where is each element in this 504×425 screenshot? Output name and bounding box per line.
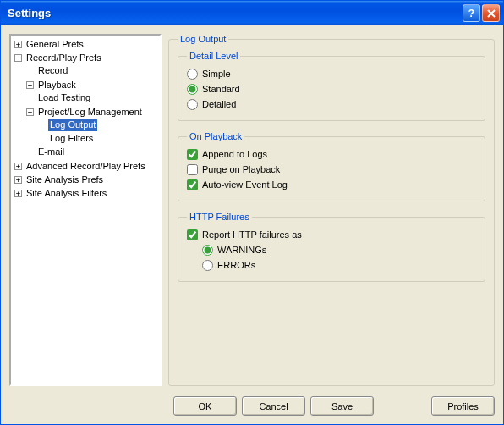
tree-item-log-output[interactable]: Log Output	[38, 119, 97, 131]
tree-item-adv-record-play[interactable]: +Advanced Record/Play Prefs	[14, 160, 147, 173]
radio-standard[interactable]	[187, 84, 198, 95]
close-button[interactable]	[482, 4, 500, 22]
save-button[interactable]: Save	[310, 396, 374, 416]
expand-icon[interactable]: +	[26, 81, 34, 89]
help-button[interactable]: ?	[463, 4, 480, 22]
tree-item-record[interactable]: Record	[26, 64, 69, 77]
label-append: Append to Logs	[202, 149, 267, 159]
tree-panel: + General Prefs − Record/Play Prefs Reco…	[9, 34, 162, 386]
label-simple: Simple	[202, 69, 231, 79]
tree-item-log-filters[interactable]: Log Filters	[38, 132, 95, 145]
tree-item-load-testing[interactable]: Load Testing	[26, 91, 92, 104]
check-purge[interactable]	[187, 164, 198, 175]
http-failures-group: HTTP Failures Report HTTP failures as WA…	[178, 212, 485, 282]
tree-item-proj-log-mgmt[interactable]: −Project/Log Management	[26, 106, 144, 119]
label-autoview: Auto-view Event Log	[202, 179, 288, 190]
collapse-icon[interactable]: −	[26, 108, 34, 116]
panel-title: Log Output	[178, 34, 228, 44]
settings-tree[interactable]: + General Prefs − Record/Play Prefs Reco…	[11, 37, 160, 200]
titlebar: Settings ?	[1, 1, 503, 25]
label-errors: ERRORs	[217, 260, 255, 270]
ok-button[interactable]: OK	[173, 396, 237, 416]
button-row: OK Cancel Save Profiles	[1, 391, 503, 424]
log-output-group: Log Output Detail Level Simple Standard …	[168, 34, 495, 386]
settings-window: Settings ? + General Prefs −	[0, 0, 504, 425]
detail-level-legend: Detail Level	[187, 51, 240, 61]
tree-item-playback[interactable]: +Playback	[26, 79, 78, 91]
cancel-button[interactable]: Cancel	[242, 396, 305, 416]
label-report-http: Report HTTP failures as	[202, 229, 302, 240]
expand-icon[interactable]: +	[14, 41, 22, 48]
label-standard: Standard	[202, 84, 240, 94]
check-autoview[interactable]	[187, 179, 198, 190]
radio-errors[interactable]	[202, 260, 213, 271]
collapse-icon[interactable]: −	[14, 54, 22, 62]
label-purge: Purge on Playback	[202, 164, 280, 174]
tree-item-site-analysis-prefs[interactable]: +Site Analysis Prefs	[14, 174, 105, 186]
http-failures-legend: HTTP Failures	[187, 212, 252, 222]
detail-level-group: Detail Level Simple Standard Detailed	[178, 51, 485, 121]
on-playback-group: On Playback Append to Logs Purge on Play…	[178, 131, 485, 201]
check-append[interactable]	[187, 149, 198, 160]
close-icon	[487, 9, 496, 18]
label-warnings: WARNINGs	[217, 245, 266, 255]
label-detailed: Detailed	[202, 99, 236, 109]
right-panel: Log Output Detail Level Simple Standard …	[168, 34, 495, 386]
expand-icon[interactable]: +	[14, 190, 22, 197]
radio-warnings[interactable]	[202, 245, 213, 256]
content-area: + General Prefs − Record/Play Prefs Reco…	[1, 25, 503, 391]
check-report-http[interactable]	[187, 229, 198, 240]
tree-item-record-play-prefs[interactable]: − Record/Play Prefs	[14, 52, 103, 64]
expand-icon[interactable]: +	[14, 176, 22, 184]
expand-icon[interactable]: +	[14, 163, 22, 170]
radio-detailed[interactable]	[187, 99, 198, 110]
tree-item-email[interactable]: E-mail	[26, 146, 66, 158]
on-playback-legend: On Playback	[187, 131, 244, 141]
tree-item-general-prefs[interactable]: + General Prefs	[14, 38, 85, 51]
window-title: Settings	[8, 7, 461, 19]
profiles-button[interactable]: Profiles	[431, 396, 495, 416]
tree-item-site-analysis-filters[interactable]: +Site Analysis Filters	[14, 187, 108, 200]
radio-simple[interactable]	[187, 69, 198, 80]
